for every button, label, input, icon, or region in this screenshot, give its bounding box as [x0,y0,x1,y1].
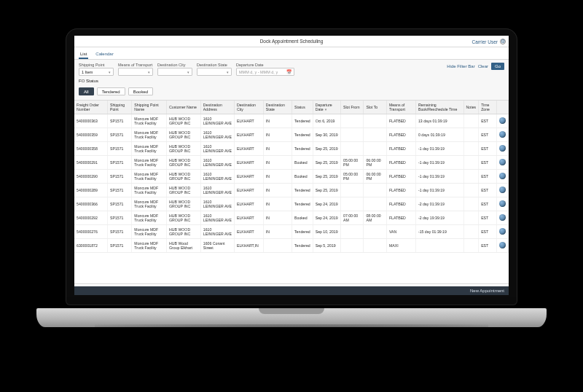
cell-notes [463,142,479,156]
table-row[interactable]: 5400000291SP1571Moncure MDF Truck Facili… [74,156,509,170]
table-row[interactable]: 5400000290SP1571Moncure MDF Truck Facili… [74,170,509,184]
cell-from: 07:00:00 AM [341,211,364,225]
fo-status-booked[interactable]: Booked [128,87,153,95]
cell-fo: 5400000291 [74,156,107,170]
cell-notes [463,156,479,170]
gear-icon[interactable]: ⚙ [500,39,506,44]
table-row[interactable]: 5400000359SP1571Moncure MDF Truck Facili… [74,128,509,142]
schedule-icon[interactable] [499,173,506,179]
tab-list[interactable]: List [79,50,88,59]
cell-city: ELKHART [234,156,263,170]
dest-state-select[interactable]: ▾ [197,68,232,76]
cell-city: ELKHART [234,170,263,184]
dest-city-select[interactable]: ▾ [157,68,192,76]
footer-bar: New Appointment [74,286,509,295]
cell-addr: 1610 LEININGER AVE [200,170,234,184]
cell-dep: Sep 24, 2019 [313,197,340,211]
fo-status-tendered[interactable]: Tendered [97,87,125,95]
tab-calendar[interactable]: Calendar [94,50,114,59]
means-select[interactable]: ▾ [118,68,153,76]
schedule-icon[interactable] [499,214,506,221]
column-header[interactable] [496,101,508,114]
user-label: Carrier User [472,39,498,44]
fo-status-all[interactable]: All [79,87,94,95]
table-row[interactable]: 5400000363SP1571Moncure MDF Truck Facili… [74,114,509,128]
column-header[interactable]: Means of Transport [386,101,415,114]
column-header[interactable]: Time Zone [479,101,497,114]
app-screen: Dock Appointment Scheduling Carrier User… [74,36,509,295]
laptop-shadow [95,324,488,342]
cell-status: Tendered [292,128,313,142]
schedule-icon[interactable] [499,228,506,235]
column-header[interactable]: Remaining Book/Reschedule Time [415,101,463,114]
shipping-point-select[interactable]: 1 Item ▾ [79,68,114,76]
cell-dep: Sep 24, 2019 [313,211,340,225]
column-header[interactable]: Customer Name [167,101,201,114]
dep-date-label: Departure Date [236,63,294,67]
column-header[interactable]: Slot From [341,101,364,114]
schedule-icon[interactable] [499,242,506,248]
new-appointment-button[interactable]: New Appointment [470,289,504,293]
clear-filters-link[interactable]: Clear [478,64,488,68]
cell-st: IN [263,170,292,184]
schedule-icon[interactable] [499,131,506,138]
table-row[interactable]: 5400000358SP1571Moncure MDF Truck Facili… [74,142,509,156]
schedule-icon[interactable] [499,200,506,207]
cell-dep: Sep 10, 2019 [313,225,340,239]
cell-sp: SP1571 [107,128,131,142]
table-row[interactable]: 5400000289SP1571Moncure MDF Truck Facili… [74,184,509,197]
cell-cust: HUB WOOD GROUP INC [167,170,201,184]
app-header: Dock Appointment Scheduling Carrier User… [74,36,509,47]
cell-notes [463,211,479,225]
table-row[interactable]: 6300001872SP1571Moncure MDF Truck Facili… [74,239,509,253]
cell-fo: 5400000359 [74,128,107,142]
column-header[interactable]: Departure Date▼ [313,101,340,114]
cell-sp: SP1571 [107,184,131,197]
cell-action [496,114,508,128]
results-table-wrap[interactable]: Freight Order NumberShipping PointShippi… [74,101,509,284]
calendar-icon[interactable]: 📅 [286,69,292,74]
schedule-icon[interactable] [499,145,506,152]
cell-spn: Moncure MDF Truck Facility [132,114,167,128]
cell-from [341,142,364,156]
column-header[interactable]: Slot To [364,101,386,114]
column-header[interactable]: Destination State [263,101,292,114]
table-row[interactable]: 5400000276SP1571Moncure MDF Truck Facili… [74,225,509,239]
dep-date-input[interactable]: MMM d, y - MMM d, y 📅 [236,68,294,76]
results-table: Freight Order NumberShipping PointShippi… [74,101,509,253]
chevron-down-icon: ▾ [187,70,189,74]
page-title: Dock Appointment Scheduling [260,39,324,44]
cell-sp: SP1571 [107,156,131,170]
cell-mot: MAXI [386,239,415,253]
column-header[interactable]: Shipping Point Name [132,101,167,114]
schedule-icon[interactable] [499,117,506,124]
column-header[interactable]: Freight Order Number [74,101,107,114]
cell-dep: Sep 30, 2019 [313,128,340,142]
cell-st: IN [263,128,292,142]
schedule-icon[interactable] [499,187,506,193]
column-header[interactable]: Destination Address [200,101,234,114]
cell-addr: 1610 LEININGER AVE [200,128,234,142]
dest-city-label: Destination City [157,63,192,67]
dep-date-placeholder: MMM d, y - MMM d, y [239,70,278,74]
table-row[interactable]: 5400000292SP1571Moncure MDF Truck Facili… [74,211,509,225]
cell-rem: -1 day 01:39:19 [415,156,463,170]
schedule-icon[interactable] [499,159,506,165]
go-button[interactable]: Go [491,63,504,70]
cell-mot: FLATBED [386,170,415,184]
shipping-point-label: Shipping Point [79,63,114,67]
cell-from [341,225,364,239]
column-header[interactable]: Notes [463,101,479,114]
column-header[interactable]: Shipping Point [107,101,131,114]
hide-filter-link[interactable]: Hide Filter Bar [447,64,474,68]
cell-spn: Moncure MDF Truck Facility [132,225,167,239]
table-row[interactable]: 5400000366SP1571Moncure MDF Truck Facili… [74,197,509,211]
cell-city: ELKHART [234,114,263,128]
cell-tz: EST [479,128,497,142]
cell-action [496,142,508,156]
cell-city: ELKHART [234,211,263,225]
cell-action [496,128,508,142]
column-header[interactable]: Destination City [234,101,263,114]
cell-cust: HUB WOOD GROUP INC [167,142,201,156]
column-header[interactable]: Status [292,101,313,114]
